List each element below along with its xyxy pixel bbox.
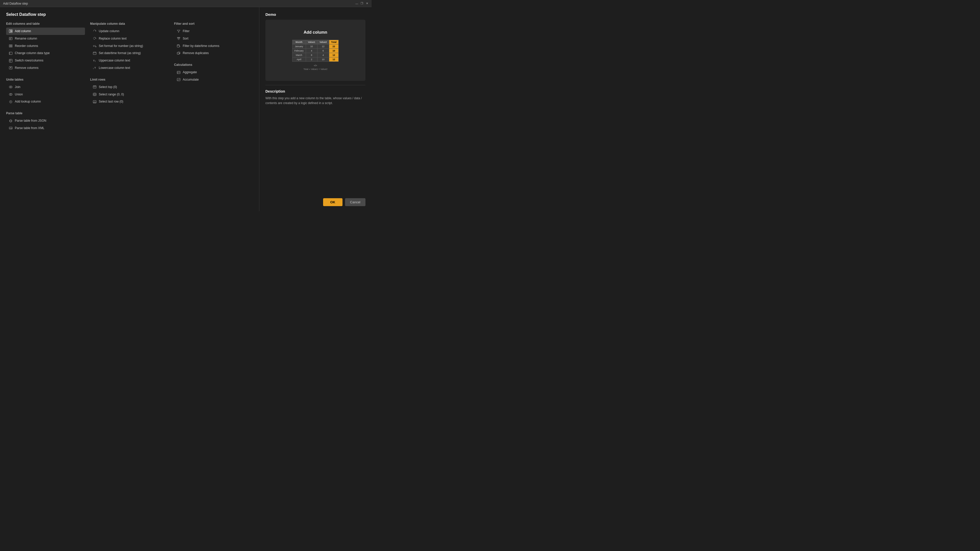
ok-button[interactable]: OK [323, 198, 342, 206]
select-top-label: Select top (0) [99, 85, 117, 89]
menu-item-aggregate[interactable]: Σ Aggregate [174, 68, 253, 76]
svg-rect-8 [9, 44, 10, 47]
svg-line-42 [95, 87, 95, 87]
menu-item-remove-duplicates[interactable]: Remove duplicates [174, 49, 253, 57]
menu-item-filter-by-datetime[interactable]: Filter by date/time columns [174, 42, 253, 50]
menu-item-update-column[interactable]: Update column [90, 27, 169, 35]
svg-text:Σ: Σ [177, 73, 178, 74]
remove-columns-label: Remove columns [15, 66, 38, 70]
table-row: April 2 10 12 [292, 57, 339, 62]
filter-by-datetime-label: Filter by date/time columns [183, 44, 219, 48]
cancel-button[interactable]: Cancel [345, 198, 366, 206]
table-row: March 8 4 12 [292, 53, 339, 57]
menu-item-filter[interactable]: Filter [174, 27, 253, 35]
window-controls: — ❐ ✕ [355, 2, 369, 5]
svg-rect-44 [93, 94, 96, 95]
minimize-button[interactable]: — [355, 2, 358, 5]
svg-rect-68 [177, 78, 180, 81]
section-calculations: Calculations Σ Aggregate [174, 63, 253, 83]
bottom-buttons: OK Cancel [266, 194, 366, 206]
filter-by-datetime-icon [177, 44, 181, 48]
add-column-icon [9, 29, 13, 33]
section-edit-columns: Edit columns and table Add column [6, 22, 85, 72]
section-filter-sort: Filter and sort Filter [174, 22, 253, 57]
menu-item-union[interactable]: Union [6, 91, 85, 98]
left-panel: Select Dataflow step Edit columns and ta… [0, 7, 259, 211]
select-range-icon [93, 92, 97, 97]
restore-button[interactable]: ❐ [360, 2, 363, 5]
menu-item-rename-column[interactable]: Rename column [6, 35, 85, 42]
svg-rect-40 [93, 86, 96, 87]
menu-item-switch-rows-columns[interactable]: Switch rows/columns [6, 57, 85, 64]
menu-item-remove-columns[interactable]: Remove columns [6, 64, 85, 72]
sort-icon [177, 37, 181, 41]
replace-column-text-icon [93, 37, 97, 41]
section-limit-rows: Limit rows Select top (0) [90, 78, 169, 105]
menu-item-set-format-number[interactable]: Set format for number (as string) [90, 42, 169, 50]
demo-table: Month Value1 Value2 Total January 10 12 … [292, 40, 339, 62]
union-label: Union [15, 92, 23, 97]
parse-xml-icon: XML [9, 126, 13, 130]
aggregate-label: Aggregate [183, 70, 197, 75]
description-title: Description [266, 89, 366, 94]
menu-item-select-last-row[interactable]: Select last row (0) [90, 98, 169, 105]
uppercase-column-text-icon: T T [93, 59, 97, 63]
col1: Edit columns and table Add column [6, 22, 85, 138]
change-data-type-label: Change column data type [15, 51, 50, 56]
switch-rows-columns-label: Switch rows/columns [15, 59, 43, 63]
menu-item-reorder-columns[interactable]: Reorder columns [6, 42, 85, 50]
menu-item-select-top[interactable]: Select top (0) [90, 83, 169, 91]
svg-rect-55 [178, 39, 180, 40]
menu-item-lowercase-column-text[interactable]: t T Lowercase column text [90, 64, 169, 72]
svg-point-30 [95, 46, 97, 47]
menu-item-replace-column-text[interactable]: Replace column text [90, 35, 169, 42]
accumulate-label: Accumulate [183, 78, 199, 82]
section-filter-sort-title: Filter and sort [174, 22, 253, 25]
demo-col-value2: Value2 [318, 40, 329, 44]
lowercase-column-text-icon: t T [93, 66, 97, 70]
col3: Filter and sort Filter [174, 22, 253, 138]
menu-item-accumulate[interactable]: Accumulate [174, 76, 253, 83]
menu-item-change-column-data-type[interactable]: Change column data type [6, 49, 85, 57]
filter-icon [177, 29, 181, 33]
select-last-row-label: Select last row (0) [99, 100, 123, 104]
close-button[interactable]: ✕ [366, 2, 369, 5]
menu-item-add-column[interactable]: Add column [6, 27, 85, 35]
svg-line-52 [95, 101, 95, 102]
page-title: Select Dataflow step [6, 12, 253, 17]
svg-line-51 [94, 101, 95, 102]
svg-rect-56 [177, 44, 180, 47]
svg-text:t: t [93, 68, 94, 69]
menu-item-uppercase-column-text[interactable]: T T Uppercase column text [90, 57, 169, 64]
reorder-columns-icon [9, 44, 13, 48]
join-label: Join [15, 85, 21, 89]
section-parse-table-title: Parse table [6, 111, 85, 115]
svg-rect-16 [9, 67, 12, 69]
svg-line-41 [94, 87, 95, 87]
select-range-label: Select range (0, 0) [99, 92, 124, 97]
main-container: Select Dataflow step Edit columns and ta… [0, 7, 372, 211]
menu-item-add-lookup-column[interactable]: Add lookup column [6, 98, 85, 105]
remove-duplicates-label: Remove duplicates [183, 51, 209, 56]
svg-rect-50 [93, 102, 96, 103]
description-text: With this step you add a new column to t… [266, 96, 366, 106]
titlebar: Add Dataflow step — ❐ ✕ [0, 0, 372, 7]
menu-item-parse-json[interactable]: Parse table from JSON [6, 117, 85, 124]
svg-rect-10 [11, 44, 12, 47]
demo-col-total: Total [329, 40, 339, 44]
svg-rect-31 [93, 52, 96, 55]
section-calculations-title: Calculations [174, 63, 253, 67]
menu-item-set-datetime-format[interactable]: Set date/time format (as string) [90, 49, 169, 57]
section-unite-tables-title: Unite tables [6, 78, 85, 81]
sort-label: Sort [183, 37, 188, 41]
svg-rect-54 [177, 38, 180, 39]
section-unite-tables: Unite tables Join [6, 78, 85, 105]
add-column-label: Add column [15, 29, 31, 33]
menu-item-select-range[interactable]: Select range (0, 0) [90, 91, 169, 98]
menu-item-sort[interactable]: Sort [174, 35, 253, 42]
svg-text:T: T [95, 60, 96, 62]
menu-item-parse-xml[interactable]: XML Parse table from XML [6, 124, 85, 132]
menu-item-join[interactable]: Join [6, 83, 85, 91]
svg-rect-12 [9, 52, 10, 55]
lowercase-column-text-label: Lowercase column text [99, 66, 130, 70]
